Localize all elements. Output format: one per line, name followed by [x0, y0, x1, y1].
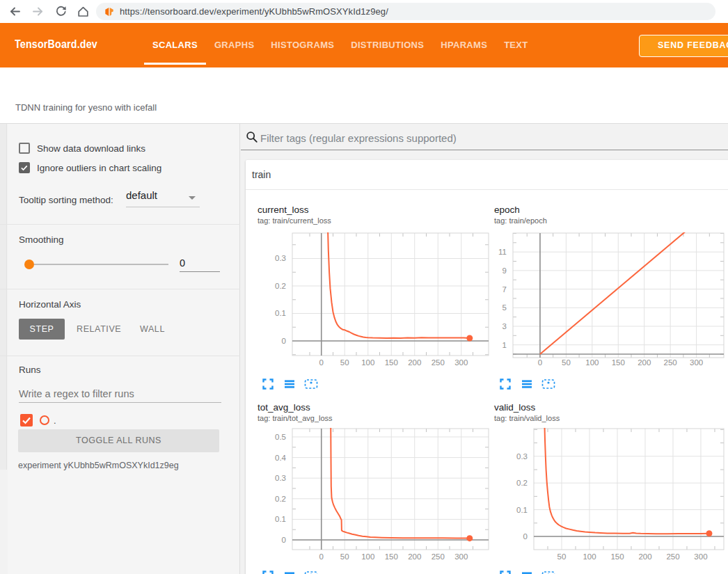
- forward-icon[interactable]: [31, 5, 45, 18]
- expand-icon[interactable]: [499, 378, 513, 390]
- tab-distributions[interactable]: DISTRIBUTIONS: [342, 23, 432, 67]
- chart-tag-epoch: tag: train/epoch: [494, 216, 547, 225]
- fit-domain-icon[interactable]: [541, 570, 555, 574]
- app-header: TensorBoard.dev SCALARSGRAPHSHISTOGRAMSD…: [0, 23, 728, 67]
- axis-wall-button[interactable]: WALL: [140, 319, 165, 340]
- tab-text[interactable]: TEXT: [496, 23, 536, 67]
- tab-scalars[interactable]: SCALARS: [144, 23, 206, 67]
- back-icon[interactable]: [8, 5, 22, 18]
- slider-thumb[interactable]: [24, 260, 34, 269]
- tensorboard-favicon: [104, 7, 114, 17]
- divider: [0, 224, 240, 225]
- nav-tabs: SCALARSGRAPHSHISTOGRAMSDISTRIBUTIONSHPAR…: [144, 23, 537, 67]
- runs-label: Runs: [19, 365, 41, 375]
- chart-tag-current_loss: tag: train/current_loss: [258, 216, 331, 225]
- ignore-outliers-checkbox[interactable]: Ignore outliers in chart scaling: [19, 162, 161, 173]
- data-table-icon[interactable]: [283, 570, 297, 574]
- tab-graphs[interactable]: GRAPHS: [206, 23, 262, 67]
- expand-icon[interactable]: [262, 570, 276, 574]
- fit-domain-icon[interactable]: [304, 570, 318, 574]
- tab-histograms[interactable]: HISTOGRAMS: [262, 23, 342, 67]
- sidebar-scrollbar[interactable]: [0, 124, 7, 470]
- show-download-links-checkbox[interactable]: Show data download links: [19, 143, 145, 154]
- expand-icon[interactable]: [499, 570, 513, 574]
- expand-icon[interactable]: [262, 378, 276, 390]
- fit-domain-icon[interactable]: [304, 378, 318, 390]
- chart-title-current_loss: current_loss: [258, 205, 309, 215]
- data-table-icon[interactable]: [521, 570, 535, 574]
- chart-tag-valid_loss: tag: train/valid_loss: [494, 414, 560, 422]
- chart-title-tot_avg_loss: tot_avg_loss: [258, 402, 310, 413]
- data-table-icon[interactable]: [521, 378, 535, 390]
- checkbox-checked[interactable]: [19, 162, 30, 173]
- axis-step-button[interactable]: STEP: [19, 319, 65, 340]
- divider: [0, 356, 240, 356]
- axis-relative-button[interactable]: RELATIVE: [77, 319, 121, 340]
- chart-title-valid_loss: valid_loss: [494, 402, 535, 413]
- fit-domain-icon[interactable]: [541, 378, 555, 390]
- url-text: https://tensorboard.dev/experiment/yKUbh…: [120, 6, 388, 17]
- send-feedback-button[interactable]: SEND FEEDBACK: [639, 35, 728, 57]
- card-title[interactable]: train: [252, 169, 271, 180]
- smoothing-label: Smoothing: [19, 234, 64, 245]
- run-checkbox[interactable]: [20, 414, 33, 426]
- browser-toolbar: https://tensorboard.dev/experiment/yKUbh…: [0, 0, 728, 23]
- tooltip-sorting-dropdown[interactable]: default: [126, 189, 200, 207]
- smoothing-value[interactable]: 0: [180, 257, 220, 269]
- tooltip-sorting-label: Tooltip sorting method:: [19, 195, 113, 205]
- chart-title-epoch: epoch: [494, 205, 520, 215]
- checkbox-unchecked[interactable]: [19, 143, 30, 154]
- settings-sidebar: Show data download links Ignore outliers…: [8, 124, 240, 574]
- run-item[interactable]: .: [20, 414, 56, 426]
- filter-tags-input[interactable]: Filter tags (regular expressions support…: [241, 124, 728, 150]
- app-title: TensorBoard.dev: [15, 23, 97, 67]
- chart-tag-tot_avg_loss: tag: train/tot_avg_loss: [258, 414, 333, 422]
- main-panel: Filter tags (regular expressions support…: [241, 124, 728, 574]
- divider: [0, 289, 240, 289]
- data-table-icon[interactable]: [283, 378, 297, 390]
- experiment-subheader: TDNN training for yesno with icefall: [0, 67, 728, 124]
- toggle-all-runs-button[interactable]: TOGGLE ALL RUNS: [18, 429, 219, 452]
- run-color-ring: [40, 415, 49, 425]
- experiment-name: experiment yKUbhb5wRmOSXYkId1z9eg: [18, 461, 179, 470]
- chevron-down-icon: [189, 196, 196, 200]
- address-bar[interactable]: https://tensorboard.dev/experiment/yKUbh…: [96, 3, 715, 20]
- tab-hparams[interactable]: HPARAMS: [432, 23, 496, 67]
- reload-icon[interactable]: [54, 5, 68, 18]
- search-icon: [246, 131, 258, 143]
- home-icon[interactable]: [77, 5, 90, 18]
- runs-filter-input[interactable]: Write a regex to filter runs: [19, 388, 221, 403]
- horizontal-axis-label: Horizontal Axis: [19, 299, 81, 310]
- train-card: train current_losstag: train/current_los…: [246, 160, 728, 574]
- experiment-description: TDNN training for yesno with icefall: [15, 102, 157, 113]
